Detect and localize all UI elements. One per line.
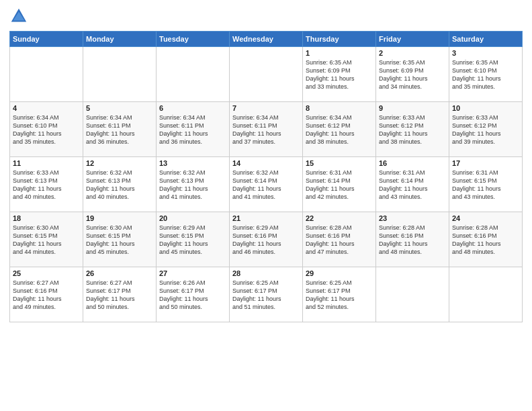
day-number: 27 bbox=[159, 269, 226, 277]
day-info: Sunrise: 6:30 AM Sunset: 6:15 PM Dayligh… bbox=[13, 224, 80, 257]
calendar-cell: 24Sunrise: 6:28 AM Sunset: 6:16 PM Dayli… bbox=[449, 212, 523, 267]
calendar-cell bbox=[83, 47, 157, 102]
day-number: 26 bbox=[86, 269, 153, 277]
weekday-header: Thursday bbox=[303, 32, 376, 47]
calendar-cell: 19Sunrise: 6:30 AM Sunset: 6:15 PM Dayli… bbox=[83, 212, 157, 267]
day-number: 23 bbox=[379, 214, 446, 222]
calendar-cell: 8Sunrise: 6:34 AM Sunset: 6:12 PM Daylig… bbox=[303, 102, 376, 157]
calendar-cell: 22Sunrise: 6:28 AM Sunset: 6:16 PM Dayli… bbox=[303, 212, 376, 267]
calendar-cell: 18Sunrise: 6:30 AM Sunset: 6:15 PM Dayli… bbox=[10, 212, 83, 267]
day-info: Sunrise: 6:25 AM Sunset: 6:17 PM Dayligh… bbox=[306, 279, 373, 312]
day-info: Sunrise: 6:34 AM Sunset: 6:10 PM Dayligh… bbox=[13, 113, 80, 146]
day-number: 13 bbox=[159, 159, 226, 167]
day-number: 29 bbox=[306, 269, 373, 277]
calendar-cell bbox=[449, 267, 523, 322]
calendar-cell: 2Sunrise: 6:35 AM Sunset: 6:09 PM Daylig… bbox=[376, 47, 449, 102]
weekday-header: Wednesday bbox=[230, 32, 303, 47]
calendar-cell: 17Sunrise: 6:31 AM Sunset: 6:15 PM Dayli… bbox=[449, 157, 523, 212]
day-info: Sunrise: 6:35 AM Sunset: 6:10 PM Dayligh… bbox=[452, 58, 519, 91]
calendar-cell: 13Sunrise: 6:32 AM Sunset: 6:13 PM Dayli… bbox=[157, 157, 230, 212]
calendar-cell: 25Sunrise: 6:27 AM Sunset: 6:16 PM Dayli… bbox=[10, 267, 83, 322]
day-number: 28 bbox=[232, 269, 300, 277]
day-info: Sunrise: 6:28 AM Sunset: 6:16 PM Dayligh… bbox=[306, 224, 373, 257]
weekday-header: Monday bbox=[83, 32, 157, 47]
day-info: Sunrise: 6:28 AM Sunset: 6:16 PM Dayligh… bbox=[452, 224, 519, 257]
day-number: 1 bbox=[306, 49, 373, 57]
weekday-header: Tuesday bbox=[157, 32, 230, 47]
calendar-cell bbox=[376, 267, 449, 322]
day-number: 10 bbox=[452, 104, 519, 112]
day-number: 14 bbox=[232, 159, 300, 167]
day-number: 15 bbox=[306, 159, 373, 167]
day-info: Sunrise: 6:30 AM Sunset: 6:15 PM Dayligh… bbox=[86, 224, 153, 257]
calendar-cell: 7Sunrise: 6:34 AM Sunset: 6:11 PM Daylig… bbox=[230, 102, 303, 157]
day-info: Sunrise: 6:34 AM Sunset: 6:12 PM Dayligh… bbox=[306, 113, 373, 146]
day-info: Sunrise: 6:29 AM Sunset: 6:16 PM Dayligh… bbox=[232, 224, 300, 257]
day-number: 3 bbox=[452, 49, 519, 57]
calendar-cell: 16Sunrise: 6:31 AM Sunset: 6:14 PM Dayli… bbox=[376, 157, 449, 212]
day-info: Sunrise: 6:31 AM Sunset: 6:14 PM Dayligh… bbox=[306, 169, 373, 201]
calendar-cell: 10Sunrise: 6:33 AM Sunset: 6:12 PM Dayli… bbox=[449, 102, 523, 157]
day-info: Sunrise: 6:27 AM Sunset: 6:17 PM Dayligh… bbox=[86, 279, 153, 312]
logo-icon bbox=[9, 7, 28, 26]
day-number: 9 bbox=[379, 104, 446, 112]
calendar-cell: 29Sunrise: 6:25 AM Sunset: 6:17 PM Dayli… bbox=[303, 267, 376, 322]
calendar-cell bbox=[157, 47, 230, 102]
calendar-cell: 20Sunrise: 6:29 AM Sunset: 6:15 PM Dayli… bbox=[157, 212, 230, 267]
calendar-cell: 26Sunrise: 6:27 AM Sunset: 6:17 PM Dayli… bbox=[83, 267, 157, 322]
day-info: Sunrise: 6:35 AM Sunset: 6:09 PM Dayligh… bbox=[306, 58, 373, 91]
calendar-cell: 11Sunrise: 6:33 AM Sunset: 6:13 PM Dayli… bbox=[10, 157, 83, 212]
day-info: Sunrise: 6:25 AM Sunset: 6:17 PM Dayligh… bbox=[232, 279, 300, 312]
calendar-cell bbox=[10, 47, 83, 102]
calendar-cell: 14Sunrise: 6:32 AM Sunset: 6:14 PM Dayli… bbox=[230, 157, 303, 212]
calendar-cell: 23Sunrise: 6:28 AM Sunset: 6:16 PM Dayli… bbox=[376, 212, 449, 267]
day-number: 18 bbox=[13, 214, 80, 222]
day-number: 4 bbox=[13, 104, 80, 112]
day-info: Sunrise: 6:34 AM Sunset: 6:11 PM Dayligh… bbox=[159, 113, 226, 146]
day-number: 19 bbox=[86, 214, 153, 222]
day-info: Sunrise: 6:32 AM Sunset: 6:13 PM Dayligh… bbox=[159, 169, 226, 201]
day-info: Sunrise: 6:32 AM Sunset: 6:14 PM Dayligh… bbox=[232, 169, 300, 201]
calendar-cell: 1Sunrise: 6:35 AM Sunset: 6:09 PM Daylig… bbox=[303, 47, 376, 102]
day-info: Sunrise: 6:33 AM Sunset: 6:12 PM Dayligh… bbox=[452, 113, 519, 146]
day-number: 2 bbox=[379, 49, 446, 57]
day-info: Sunrise: 6:29 AM Sunset: 6:15 PM Dayligh… bbox=[159, 224, 226, 257]
day-info: Sunrise: 6:33 AM Sunset: 6:12 PM Dayligh… bbox=[379, 113, 446, 146]
day-info: Sunrise: 6:33 AM Sunset: 6:13 PM Dayligh… bbox=[13, 169, 80, 201]
day-info: Sunrise: 6:34 AM Sunset: 6:11 PM Dayligh… bbox=[86, 113, 153, 146]
calendar-cell: 27Sunrise: 6:26 AM Sunset: 6:17 PM Dayli… bbox=[157, 267, 230, 322]
calendar-cell: 9Sunrise: 6:33 AM Sunset: 6:12 PM Daylig… bbox=[376, 102, 449, 157]
day-number: 17 bbox=[452, 159, 519, 167]
calendar-cell: 5Sunrise: 6:34 AM Sunset: 6:11 PM Daylig… bbox=[83, 102, 157, 157]
day-number: 5 bbox=[86, 104, 153, 112]
day-number: 24 bbox=[452, 214, 519, 222]
day-info: Sunrise: 6:27 AM Sunset: 6:16 PM Dayligh… bbox=[13, 279, 80, 312]
calendar-cell: 21Sunrise: 6:29 AM Sunset: 6:16 PM Dayli… bbox=[230, 212, 303, 267]
day-info: Sunrise: 6:31 AM Sunset: 6:14 PM Dayligh… bbox=[379, 169, 446, 201]
logo bbox=[9, 7, 31, 26]
day-number: 8 bbox=[306, 104, 373, 112]
day-number: 16 bbox=[379, 159, 446, 167]
day-info: Sunrise: 6:26 AM Sunset: 6:17 PM Dayligh… bbox=[159, 279, 226, 312]
day-number: 6 bbox=[159, 104, 226, 112]
calendar-cell: 12Sunrise: 6:32 AM Sunset: 6:13 PM Dayli… bbox=[83, 157, 157, 212]
page-header bbox=[9, 7, 523, 26]
calendar-cell: 6Sunrise: 6:34 AM Sunset: 6:11 PM Daylig… bbox=[157, 102, 230, 157]
day-number: 12 bbox=[86, 159, 153, 167]
day-info: Sunrise: 6:28 AM Sunset: 6:16 PM Dayligh… bbox=[379, 224, 446, 257]
calendar-cell: 28Sunrise: 6:25 AM Sunset: 6:17 PM Dayli… bbox=[230, 267, 303, 322]
day-number: 21 bbox=[232, 214, 300, 222]
calendar-cell: 3Sunrise: 6:35 AM Sunset: 6:10 PM Daylig… bbox=[449, 47, 523, 102]
weekday-header: Saturday bbox=[449, 32, 523, 47]
day-info: Sunrise: 6:32 AM Sunset: 6:13 PM Dayligh… bbox=[86, 169, 153, 201]
calendar-cell: 4Sunrise: 6:34 AM Sunset: 6:10 PM Daylig… bbox=[10, 102, 83, 157]
calendar-cell: 15Sunrise: 6:31 AM Sunset: 6:14 PM Dayli… bbox=[303, 157, 376, 212]
day-info: Sunrise: 6:35 AM Sunset: 6:09 PM Dayligh… bbox=[379, 58, 446, 91]
calendar-cell bbox=[230, 47, 303, 102]
day-number: 11 bbox=[13, 159, 80, 167]
day-number: 25 bbox=[13, 269, 80, 277]
weekday-header: Sunday bbox=[10, 32, 83, 47]
calendar-header: SundayMondayTuesdayWednesdayThursdayFrid… bbox=[10, 32, 523, 47]
day-number: 7 bbox=[232, 104, 300, 112]
day-info: Sunrise: 6:34 AM Sunset: 6:11 PM Dayligh… bbox=[232, 113, 300, 146]
